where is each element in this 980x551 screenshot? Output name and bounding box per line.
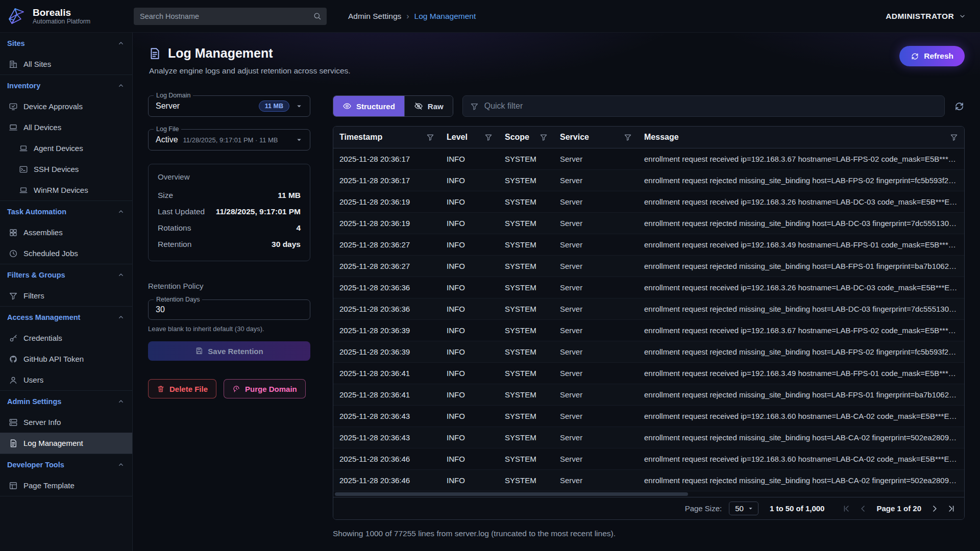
history-icon [232,385,240,393]
quick-filter-input[interactable] [484,102,937,111]
first-page-icon[interactable] [842,504,852,514]
chevron-up-icon [117,39,125,47]
cell-scope: SYSTEM [499,213,554,234]
sidebar-section-inventory[interactable]: Inventory [0,75,132,96]
filter-icon[interactable] [624,133,632,141]
caret-down-icon [295,135,304,144]
log-viewer-panel: Structured Raw Timestamp [333,91,965,538]
cell-timestamp: 2025-11-28 20:36:36 [333,277,440,298]
cell-message: enrollment request rejected missing_site… [638,384,964,405]
sidebar-item-device-approvals[interactable]: Device Approvals [0,96,132,117]
cell-message: enrollment request rejected missing_site… [638,298,964,319]
sidebar-item-scheduled-jobs[interactable]: Scheduled Jobs [0,243,132,264]
filter-icon[interactable] [484,133,493,141]
last-page-icon[interactable] [946,504,956,514]
delete-file-button[interactable]: Delete File [148,379,216,398]
refresh-button[interactable]: Refresh [899,46,965,66]
page-size-select[interactable]: 50 [729,502,758,515]
sidebar-item-winrm-devices[interactable]: WinRM Devices [0,180,132,201]
horizontal-scrollbar [333,491,964,497]
view-toggle-group: Structured Raw [333,95,453,117]
previous-page-icon[interactable] [858,504,868,514]
sidebar-item-filters[interactable]: Filters [0,285,132,306]
sidebar-item-page-template[interactable]: Page Template [0,475,132,496]
toggle-structured[interactable]: Structured [333,96,404,116]
pagination: Page 1 of 20 [842,504,956,514]
sidebar-item-log-management[interactable]: Log Management [0,433,132,454]
cell-service: Server [554,256,638,277]
cell-service: Server [554,234,638,255]
cell-timestamp: 2025-11-28 20:36:19 [333,191,440,212]
toggle-raw[interactable]: Raw [404,96,453,116]
laptop-icon [19,186,28,195]
retention-days-field[interactable]: Retention Days [148,299,310,320]
breadcrumb-current[interactable]: Log Management [414,12,476,21]
table-row: 2025-11-28 20:36:46INFOSYSTEMServerenrol… [333,470,964,491]
cell-service: Server [554,448,638,469]
sidebar-item-credentials[interactable]: Credentials [0,328,132,348]
hostname-search[interactable] [134,8,327,25]
scrollbar-thumb[interactable] [335,492,688,496]
log-domain-select[interactable]: Log Domain Server 11 MB [148,95,310,117]
cell-level: INFO [440,384,499,405]
cell-level: INFO [440,277,499,298]
table-row: 2025-11-28 20:36:27INFOSYSTEMServerenrol… [333,256,964,277]
cell-service: Server [554,384,638,405]
cell-scope: SYSTEM [499,384,554,405]
table-refresh-icon[interactable] [954,101,965,112]
key-icon [9,334,18,343]
filter-icon[interactable] [950,133,958,141]
sidebar-section-sites[interactable]: Sites [0,33,132,54]
user-icon [9,375,18,385]
clock-icon [9,249,18,258]
log-settings-panel: Log Domain Server 11 MB Log File Active … [148,91,310,538]
table-footer: Page Size: 50 1 to 50 of 1,000 Page 1 of… [333,497,964,519]
breadcrumb-parent[interactable]: Admin Settings [348,12,401,21]
cell-timestamp: 2025-11-28 20:36:27 [333,234,440,255]
filter-icon[interactable] [540,133,548,141]
search-input[interactable] [140,12,313,20]
layout-icon [9,481,18,490]
next-page-icon[interactable] [929,504,940,514]
sidebar-item-ssh-devices[interactable]: SSH Devices [0,159,132,180]
sidebar-section-task-automation[interactable]: Task Automation [0,201,132,222]
overview-title: Overview [158,172,301,181]
sidebar-item-server-info[interactable]: Server Info [0,412,132,433]
cell-level: INFO [440,234,499,255]
log-file-select[interactable]: Log File Active 11/28/2025, 9:17:01 PM ·… [148,129,310,151]
cell-service: Server [554,277,638,298]
cell-service: Server [554,298,638,319]
monitor-check-icon [9,102,18,111]
user-menu[interactable]: ADMINISTRATOR [886,12,967,21]
cell-timestamp: 2025-11-28 20:36:43 [333,427,440,448]
sidebar-section-developer-tools[interactable]: Developer Tools [0,454,132,475]
table-row: 2025-11-28 20:36:19INFOSYSTEMServerenrol… [333,191,964,213]
sidebar-item-all-sites[interactable]: All Sites [0,54,132,74]
page-size-label: Page Size: [685,504,722,513]
caret-down-icon [747,505,754,512]
sidebar-item-github-api-token[interactable]: GitHub API Token [0,348,132,369]
cell-service: Server [554,170,638,191]
filter-icon[interactable] [426,133,434,141]
cell-level: INFO [440,191,499,212]
cell-scope: SYSTEM [499,256,554,277]
quick-filter[interactable] [462,95,945,117]
sidebar-item-all-devices[interactable]: All Devices [0,117,132,138]
purge-domain-button[interactable]: Purge Domain [224,379,306,398]
sidebar-item-users[interactable]: Users [0,369,132,390]
devices-icon [9,123,18,132]
eye-off-icon [414,102,423,111]
search-icon [313,12,322,20]
sidebar-section-access-management[interactable]: Access Management [0,307,132,328]
save-retention-button[interactable]: Save Retention [148,341,310,361]
main-content: Log Management Analyze engine logs and a… [133,33,980,551]
retention-days-input[interactable] [156,305,304,314]
table-row: 2025-11-28 20:36:36INFOSYSTEMServerenrol… [333,298,964,320]
cell-scope: SYSTEM [499,170,554,191]
table-row: 2025-11-28 20:36:43INFOSYSTEMServerenrol… [333,406,964,427]
sidebar-item-agent-devices[interactable]: Agent Devices [0,138,132,159]
cell-message: enrollment request rejected missing_site… [638,470,964,491]
sidebar-section-admin-settings[interactable]: Admin Settings [0,391,132,412]
sidebar-section-filters-groups[interactable]: Filters & Groups [0,264,132,285]
sidebar-item-assemblies[interactable]: Assemblies [0,222,132,243]
